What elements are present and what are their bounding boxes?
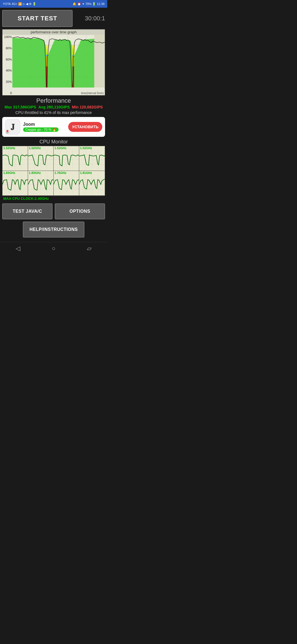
settings-icon: ⚙ <box>29 2 32 6</box>
options-button[interactable]: OPTIONS <box>55 203 105 219</box>
throttle-label: CPU throttled to 41% of its max performa… <box>2 110 105 115</box>
recents-icon[interactable]: ▱ <box>87 245 92 252</box>
graph-area: 100% 80% 60% 40% 20% 0 <box>2 35 105 95</box>
cpu-freq-0: 1.52GHz <box>2 146 28 150</box>
carrier-label: YOTA <box>3 2 11 6</box>
cpu-grid: 1.52GHz 1.52GHz <box>2 146 105 196</box>
notification-icon: 🔔 <box>73 2 76 6</box>
cpu-core-5: 1.83GHz <box>28 171 54 196</box>
cpu-core-6: 1.76GHz <box>54 171 79 196</box>
graph-title: performance over time graph <box>2 29 105 35</box>
performance-graph-container: performance over time graph 100% 80% 60%… <box>2 29 105 95</box>
home-icon[interactable]: ○ <box>52 245 55 252</box>
cpu-graph-6 <box>54 175 79 194</box>
ad-icon-letter: 𝐉 <box>11 122 15 132</box>
cpu-freq-3: 1.52GHz <box>79 146 105 150</box>
status-bar: YOTA 4G+ 📶 ▷ ◀ ⚙ 🔋 🔔 ⏰ ✦ 79% 🔋 11:38 <box>0 0 107 8</box>
y-label-0: 0 <box>3 91 12 95</box>
network-type: 4G+ <box>12 2 17 6</box>
y-label-20: 20% <box>3 80 12 83</box>
y-label-60: 60% <box>3 58 12 61</box>
signal-icon: 📶 <box>18 2 22 6</box>
nav-bar: ◁ ○ ▱ <box>0 242 107 255</box>
svg-rect-19 <box>46 55 48 56</box>
min-stat: Min 120,682GIPS <box>72 105 103 109</box>
ad-tagline: Скидки до - 70 % 🔥 <box>23 127 59 132</box>
battery-icon: 🔋 <box>92 2 96 6</box>
performance-section: Performance Max 317,586GIPS Avg 280,110G… <box>2 97 105 115</box>
ad-install-button[interactable]: УСТАНОВИТЬ <box>68 122 102 132</box>
ad-info: Joom Скидки до - 70 % 🔥 <box>23 122 65 132</box>
start-test-button[interactable]: START TEST <box>2 10 73 27</box>
cpu-core-7: 1.81GHz <box>79 171 105 196</box>
ad-banner[interactable]: 𝐉 16+ Joom Скидки до - 70 % 🔥 УСТАНОВИТЬ <box>2 117 105 137</box>
status-right: 🔔 ⏰ ✦ 79% 🔋 11:38 <box>73 2 105 6</box>
y-label-80: 80% <box>3 47 12 50</box>
bluetooth-icon: ✦ <box>82 2 84 6</box>
cpu-core-0: 1.52GHz <box>2 146 28 171</box>
svg-marker-14 <box>48 39 74 88</box>
cpu-core-4: 1.83GHz <box>2 171 28 196</box>
play-icon: ▷ <box>23 2 25 6</box>
top-row: START TEST 30:00:1 <box>2 10 105 27</box>
status-left: YOTA 4G+ 📶 ▷ ◀ ⚙ 🔋 <box>3 2 36 6</box>
back-icon[interactable]: ◁ <box>16 245 20 252</box>
time-display: 11:38 <box>97 2 105 6</box>
cpu-freq-4: 1.83GHz <box>2 171 28 175</box>
help-instructions-button[interactable]: HELP/INSTRUCTIONS <box>23 222 84 238</box>
cpu-core-2: 1.52GHz <box>54 146 79 171</box>
max-stat: Max 317,586GIPS <box>4 105 36 109</box>
cpu-graph-0 <box>2 150 28 169</box>
cpu-graph-2 <box>54 150 79 169</box>
cpu-graph-4 <box>2 175 28 194</box>
max-cpu-label: MAX CPU CLOCK:2.40GHz <box>2 196 105 201</box>
timer-display: 30:00:1 <box>75 15 105 22</box>
cpu-freq-2: 1.52GHz <box>54 146 79 150</box>
cpu-core-1: 1.52GHz <box>28 146 54 171</box>
ad-age-rating: 16+ <box>6 132 10 134</box>
y-axis: 100% 80% 60% 40% 20% 0 <box>2 35 12 95</box>
alarm-icon: ⏰ <box>77 2 81 6</box>
cpu-freq-1: 1.52GHz <box>28 146 53 150</box>
svg-rect-20 <box>73 55 74 56</box>
cpu-graph-3 <box>79 150 105 169</box>
cpu-monitor-title: CPU Monitor <box>2 139 105 145</box>
nav-icon-status: ◀ <box>26 2 28 6</box>
ad-app-icon: 𝐉 16+ <box>5 119 20 135</box>
avg-stat: Avg 280,110GIPS <box>38 105 70 109</box>
graph-svg <box>12 35 105 88</box>
cpu-freq-5: 1.83GHz <box>28 171 53 175</box>
test-javac-button[interactable]: TEST JAVA/C <box>2 203 53 219</box>
main-content: START TEST 30:00:1 performance over time… <box>0 8 107 242</box>
bottom-buttons: TEST JAVA/C OPTIONS <box>2 203 105 219</box>
ad-app-name: Joom <box>23 122 65 127</box>
cpu-core-3: 1.52GHz <box>79 146 105 171</box>
cpu-freq-7: 1.81GHz <box>79 171 105 175</box>
time-label: time(interval 5min) <box>81 92 104 95</box>
cpu-graph-5 <box>28 175 53 194</box>
performance-stats: Max 317,586GIPS Avg 280,110GIPS Min 120,… <box>2 105 105 109</box>
y-label-40: 40% <box>3 69 12 72</box>
battery-percent: 79% <box>85 2 91 6</box>
y-label-100: 100% <box>3 35 12 39</box>
svg-marker-10 <box>12 38 47 88</box>
cpu-graph-7 <box>79 175 105 194</box>
battery-saver-icon: 🔋 <box>32 2 36 6</box>
performance-title: Performance <box>2 97 105 104</box>
cpu-freq-6: 1.76GHz <box>54 171 79 175</box>
cpu-graph-1 <box>28 150 53 169</box>
